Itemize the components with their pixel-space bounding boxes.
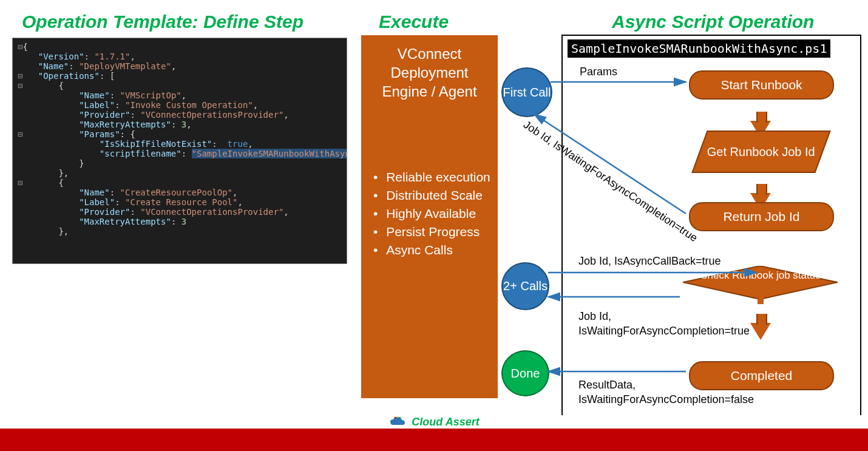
arrows-layer [0,0,868,425]
svg-point-6 [395,417,396,419]
cloud-logo-icon [388,415,407,429]
label-done2: IsWaitingForAsyncCompletion=false [578,393,754,406]
svg-point-7 [397,416,399,418]
svg-line-2 [534,114,686,214]
label-params: Params [580,66,617,78]
label-two-in: Job Id, IsAsyncCallBack=true [578,255,721,268]
footer: Cloud Assert [0,415,868,451]
svg-point-8 [399,417,401,419]
label-done1: ResultData, [578,379,636,392]
label-two-out2: IsWaitingForAsyncCompletion=true [578,325,750,337]
label-two-out1: Job Id, [578,310,611,323]
footer-brand: Cloud Assert [412,416,479,429]
